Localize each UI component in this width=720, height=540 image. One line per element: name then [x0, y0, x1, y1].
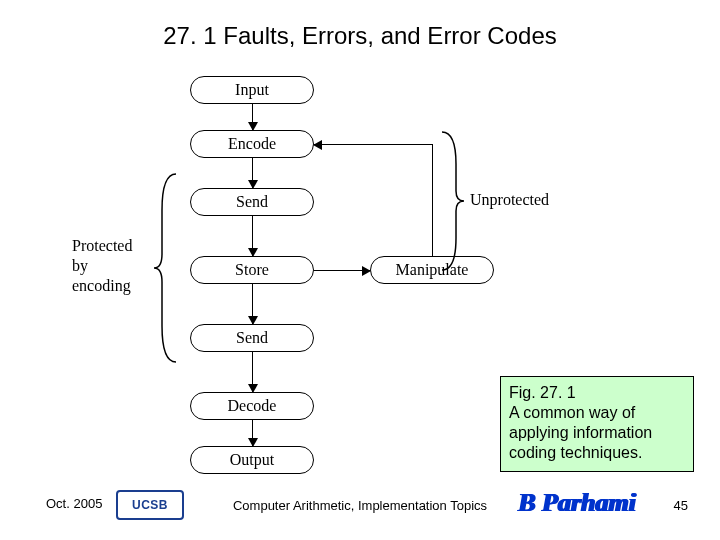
node-send-1: Send: [190, 188, 314, 216]
caption-text: A common way of applying information cod…: [509, 403, 685, 463]
arrow-encode-send1: [252, 158, 253, 188]
slide: 27. 1 Faults, Errors, and Error Codes In…: [0, 0, 720, 540]
arrow-send1-store: [252, 216, 253, 256]
node-input: Input: [190, 76, 314, 104]
arrow-send2-decode: [252, 352, 253, 392]
flow-diagram: Input Encode Send Store Send Decode Outp…: [80, 76, 550, 476]
node-encode: Encode: [190, 130, 314, 158]
node-manipulate: Manipulate: [370, 256, 494, 284]
arrow-store-send2: [252, 284, 253, 324]
label-protected: Protected by encoding: [72, 236, 152, 296]
page-number: 45: [674, 498, 688, 513]
arrow-store-manipulate: [314, 270, 370, 271]
feedback-vline: [432, 144, 433, 257]
arrow-manipulate-encode: [314, 144, 432, 145]
figure-caption: Fig. 27. 1 A common way of applying info…: [500, 376, 694, 472]
node-send-2: Send: [190, 324, 314, 352]
node-output: Output: [190, 446, 314, 474]
brace-left: [152, 170, 182, 366]
arrow-decode-output: [252, 420, 253, 446]
slide-footer: Oct. 2005 UCSB Computer Arithmetic, Impl…: [0, 490, 720, 526]
label-unprotected: Unprotected: [470, 190, 549, 210]
brace-right: [438, 128, 466, 274]
section-title: 27. 1 Faults, Errors, and Error Codes: [0, 22, 720, 50]
footer-author: B Parhami: [518, 488, 636, 518]
caption-fig-number: Fig. 27. 1: [509, 383, 685, 403]
arrow-input-encode: [252, 104, 253, 130]
node-decode: Decode: [190, 392, 314, 420]
node-store: Store: [190, 256, 314, 284]
